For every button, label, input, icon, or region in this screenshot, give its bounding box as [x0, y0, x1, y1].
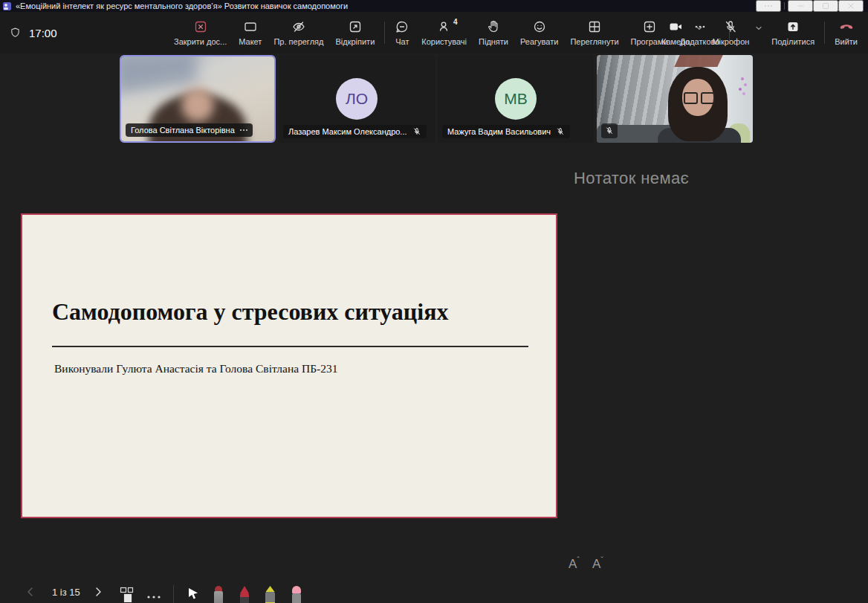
meeting-timer-group: 17:00: [9, 12, 57, 54]
participant-name-pill: Голова Світлана Вікторівна: [126, 123, 253, 137]
slide-page-indicator: 1 із 15: [52, 587, 80, 598]
slide-subtitle: Виконували Гулюта Анастасія та Голова Св…: [54, 362, 338, 375]
share-button[interactable]: Поділитися: [765, 12, 820, 54]
microphone-label: Мікрофон: [712, 37, 749, 46]
apps-plus-icon: [642, 19, 657, 34]
private-view-button[interactable]: Пр. перегляд: [268, 12, 329, 54]
slide-title-underline: [52, 346, 528, 347]
window-title: «Емоційний інтелект як ресурс ментальног…: [16, 1, 756, 10]
mic-muted-badge: [601, 123, 618, 138]
view-label: Переглянути: [570, 37, 618, 46]
participant-tile-video[interactable]: [597, 55, 753, 143]
mic-muted-icon: [723, 19, 738, 34]
leave-label: Вийти: [835, 37, 858, 46]
mic-muted-icon: [412, 127, 421, 136]
participant-strip: Голова Світлана Вікторівна ЛО Лазарев Ма…: [120, 55, 753, 143]
close-share-label: Закрити дос...: [174, 37, 227, 46]
raise-hand-icon: [486, 19, 501, 34]
view-button[interactable]: Переглянути: [564, 12, 624, 54]
participant-tile-lazarev[interactable]: ЛО Лазарев Максим Олександро...: [279, 55, 435, 143]
close-icon[interactable]: [838, 0, 864, 12]
presenter-bar-divider: [173, 585, 174, 603]
red-pen-tool[interactable]: [240, 586, 249, 603]
font-decrease-button[interactable]: Aˇ: [591, 554, 605, 573]
previous-slide-button[interactable]: [25, 587, 35, 599]
share-icon: [786, 19, 800, 34]
microphone-options-chevron[interactable]: [754, 21, 764, 35]
leave-call-icon: [838, 19, 855, 34]
layout-icon: [243, 19, 258, 34]
shield-icon: [9, 27, 22, 39]
next-slide-button[interactable]: [94, 587, 103, 599]
window-titlebar: «Емоційний інтелект як ресурс ментальног…: [0, 0, 868, 12]
microphone-button[interactable]: Мікрофон: [706, 12, 755, 54]
eraser-tool[interactable]: [292, 586, 301, 603]
camera-label: Камера: [661, 37, 690, 46]
slide-sorter-icon[interactable]: [119, 586, 135, 603]
presenter-bar: 1 із 15: [0, 580, 868, 603]
react-label: Реагувати: [520, 37, 558, 46]
smiley-icon: [532, 19, 547, 34]
laser-pointer-tool[interactable]: [214, 586, 223, 603]
mic-muted-icon: [556, 127, 565, 136]
highlighter-tool[interactable]: [265, 586, 275, 603]
chat-icon: [395, 19, 409, 34]
toolbar-center: Закрити дос... Макет Пр. перегляд Відкрі…: [168, 12, 733, 54]
avatar-initials: ЛО: [346, 90, 368, 108]
window-controls: [756, 0, 864, 12]
titlebar-more-icon[interactable]: [756, 0, 781, 12]
chat-button[interactable]: Чат: [389, 12, 415, 54]
grid-view-icon: [587, 19, 602, 34]
participant-name-pill: Мажуга Вадим Васильович: [442, 125, 570, 138]
people-label: Користувачі: [421, 37, 467, 46]
raise-hand-label: Підняти: [479, 37, 508, 46]
font-size-controls: Aˆ Aˇ: [567, 554, 605, 573]
participant-name: Лазарев Максим Олександро...: [288, 127, 407, 136]
titlebar-divider: [784, 2, 785, 10]
leave-button[interactable]: Вийти: [829, 12, 864, 54]
layout-label: Макет: [239, 37, 262, 46]
eye-off-icon: [291, 19, 306, 34]
unpin-icon: [348, 19, 363, 34]
slide-title: Самодопомога у стресових ситуаціях: [52, 298, 448, 326]
share-label: Поділитися: [771, 37, 814, 46]
people-icon: 4: [437, 19, 452, 34]
people-count-badge: 4: [453, 18, 458, 26]
presentation-slide: Самодопомога у стресових ситуаціях Викон…: [21, 213, 557, 518]
unpin-label: Відкріпити: [335, 37, 375, 46]
private-view-label: Пр. перегляд: [273, 37, 323, 46]
participant-video: [597, 55, 753, 143]
mic-muted-icon: [605, 126, 614, 135]
teams-app-icon: [3, 2, 11, 10]
toolbar-right: Камера Мікрофон Поділитися Вийти: [655, 12, 864, 54]
toolbar-divider: [384, 22, 385, 44]
react-button[interactable]: Реагувати: [514, 12, 564, 54]
participant-name-pill: Лазарев Максим Олександро...: [283, 125, 427, 138]
maximize-icon[interactable]: [813, 0, 838, 12]
avatar-initials: МВ: [504, 90, 528, 108]
meeting-timer: 17:00: [29, 27, 57, 39]
avatar: МВ: [495, 78, 537, 120]
people-button[interactable]: 4 Користувачі: [415, 12, 473, 54]
camera-options-chevron[interactable]: [694, 21, 705, 35]
presenter-more-icon[interactable]: [146, 590, 161, 602]
chat-label: Чат: [395, 37, 409, 46]
participant-tile-mazhuga[interactable]: МВ Мажуга Вадим Васильович: [438, 55, 594, 143]
close-share-button[interactable]: Закрити дос...: [168, 12, 233, 54]
layout-button[interactable]: Макет: [233, 12, 268, 54]
participant-tile-golova[interactable]: Голова Світлана Вікторівна: [120, 55, 276, 143]
pointer-cursor-tool[interactable]: [186, 586, 200, 603]
raise-hand-button[interactable]: Підняти: [473, 12, 514, 54]
unpin-button[interactable]: Відкріпити: [329, 12, 380, 54]
camera-button[interactable]: Камера: [655, 12, 696, 54]
meeting-toolbar: 17:00 Закрити дос... Макет Пр. перегляд …: [0, 12, 868, 54]
notes-empty-text: Нотаток немає: [574, 169, 689, 188]
toolbar-divider: [824, 22, 825, 44]
avatar: ЛО: [336, 78, 378, 120]
close-share-icon: [193, 19, 208, 34]
participant-name: Голова Світлана Вікторівна: [131, 126, 235, 135]
font-increase-button[interactable]: Aˆ: [567, 554, 581, 573]
participant-more-icon[interactable]: [240, 129, 247, 131]
camera-icon: [668, 19, 684, 34]
minimize-icon[interactable]: [788, 0, 813, 12]
